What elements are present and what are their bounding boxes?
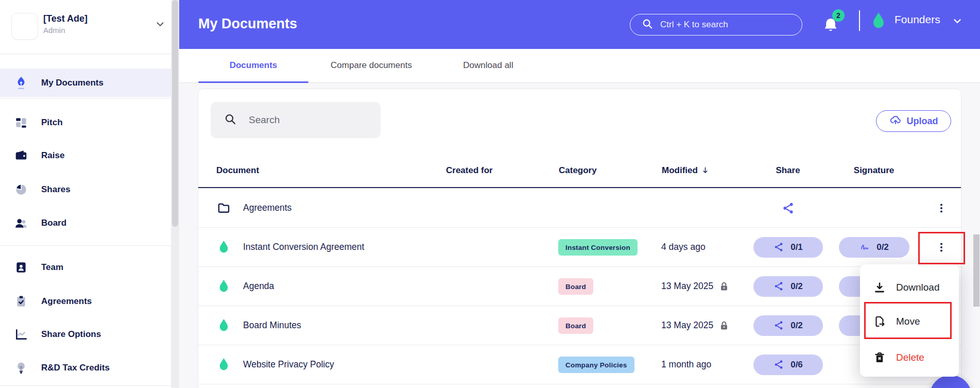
table-search-input[interactable]: Search bbox=[211, 102, 381, 138]
sidebar-item-label: Pitch bbox=[41, 117, 63, 128]
share-cell: 0/2 bbox=[753, 267, 823, 306]
pen-nib-icon bbox=[14, 76, 28, 90]
column-header-modified[interactable]: Modified bbox=[662, 165, 710, 176]
modified-date: 13 May 2025 bbox=[661, 320, 713, 331]
table-row-folder[interactable]: Agreements bbox=[198, 189, 961, 228]
menu-item-move[interactable]: Move bbox=[860, 309, 959, 334]
modified-date: 4 days ago bbox=[661, 242, 706, 252]
share-icon bbox=[773, 242, 784, 252]
sidebar-item-label: Board bbox=[41, 218, 66, 228]
documents-card: Search Upload DocumentCreated forCategor… bbox=[198, 89, 961, 388]
chevron-down-icon[interactable] bbox=[952, 15, 963, 27]
drop-icon bbox=[217, 358, 231, 372]
share-icon[interactable] bbox=[782, 201, 795, 215]
document-name-link[interactable]: Instant Conversion Agreement bbox=[243, 242, 364, 252]
tab-documents[interactable]: Documents bbox=[198, 49, 308, 83]
page-title: My Documents bbox=[198, 16, 297, 32]
divider bbox=[0, 245, 171, 246]
table-row[interactable]: AgendaBoard13 May 2025 0/2 bbox=[198, 267, 961, 306]
table-row[interactable]: Board MinutesBoard13 May 2025 0/2 bbox=[198, 306, 961, 345]
sidebar-item-label: R&D Tax Credits bbox=[41, 363, 110, 373]
menu-item-delete[interactable]: Delete bbox=[860, 345, 959, 370]
share-cell: 0/6 bbox=[753, 345, 823, 384]
row-menu-button[interactable] bbox=[927, 228, 956, 266]
signature-pill[interactable]: 0/2 bbox=[839, 237, 909, 258]
line-chart-icon bbox=[14, 328, 28, 341]
sidebar-item-share-options[interactable]: Share Options bbox=[0, 320, 171, 349]
workspace-role: Admin bbox=[43, 26, 65, 35]
table-row[interactable]: Instant Conversion AgreementInstant Conv… bbox=[198, 228, 961, 267]
sidebar-item-agreements[interactable]: Agreements bbox=[0, 287, 171, 316]
sidebar-item-shares[interactable]: Shares bbox=[0, 175, 171, 204]
lock-icon bbox=[718, 281, 730, 292]
tab-download-all[interactable]: Download all bbox=[461, 49, 515, 83]
signature-cell: 0/2 bbox=[839, 228, 909, 266]
sidebar-item-pitch[interactable]: Pitch bbox=[0, 108, 171, 137]
column-header-category: Category bbox=[559, 165, 597, 176]
share-pill[interactable]: 0/1 bbox=[753, 237, 823, 258]
global-search-input[interactable]: Ctrl + K to search bbox=[630, 14, 802, 36]
signature-count: 0/2 bbox=[876, 242, 889, 252]
trash-icon bbox=[873, 351, 886, 364]
document-cell: Agenda bbox=[217, 267, 274, 306]
sidebar-item-raise[interactable]: Raise bbox=[0, 141, 171, 170]
notifications-button[interactable]: 2 bbox=[821, 11, 848, 38]
app-window: [Test Ade] Admin My Documents Pitch Rais… bbox=[0, 0, 980, 388]
dashboard-icon bbox=[14, 116, 28, 129]
notification-badge: 2 bbox=[832, 9, 845, 22]
menu-item-download[interactable]: Download bbox=[860, 275, 959, 300]
share-pill[interactable]: 0/6 bbox=[753, 355, 823, 375]
drop-icon bbox=[217, 240, 231, 254]
chevron-down-icon[interactable] bbox=[154, 19, 166, 30]
drop-icon bbox=[217, 279, 231, 293]
document-name-link[interactable]: Website Privacy Policy bbox=[243, 359, 334, 370]
document-name-link[interactable]: Board Minutes bbox=[243, 320, 301, 331]
search-icon bbox=[642, 18, 653, 31]
top-header: My Documents Ctrl + K to search 2 Founde… bbox=[179, 0, 980, 49]
wallet-icon bbox=[14, 149, 28, 162]
sidebar-item-r-d-tax-credits[interactable]: R&D Tax Credits bbox=[0, 353, 171, 382]
lock-icon bbox=[718, 320, 730, 331]
column-header-share: Share bbox=[776, 165, 800, 176]
sidebar-item-label: Team bbox=[41, 262, 63, 273]
main-scrollbar-thumb[interactable] bbox=[973, 234, 979, 307]
share-icon bbox=[773, 320, 784, 331]
workspace-switcher[interactable]: [Test Ade] Admin bbox=[0, 0, 171, 54]
share-pill[interactable]: 0/2 bbox=[753, 276, 823, 297]
sidebar-scrollbar[interactable] bbox=[171, 0, 179, 388]
id-badge-icon bbox=[14, 261, 28, 274]
share-count: 0/1 bbox=[790, 242, 803, 252]
sidebar-item-team[interactable]: Team bbox=[0, 253, 171, 282]
share-pill[interactable]: 0/2 bbox=[753, 315, 823, 336]
share-icon bbox=[773, 281, 784, 292]
share-icon bbox=[773, 359, 784, 370]
avatar[interactable] bbox=[11, 13, 38, 40]
sidebar: [Test Ade] Admin My Documents Pitch Rais… bbox=[0, 0, 171, 388]
sidebar-item-board[interactable]: Board bbox=[0, 209, 171, 238]
brand-drop-icon bbox=[870, 12, 887, 29]
account-menu[interactable]: Founders bbox=[895, 13, 940, 26]
divider bbox=[0, 385, 171, 386]
row-context-menu: Download Move Delete bbox=[860, 264, 959, 377]
modified-date: 1 month ago bbox=[661, 359, 711, 370]
menu-item-label: Move bbox=[896, 316, 920, 327]
column-header-created-for: Created for bbox=[446, 165, 493, 176]
modified-date: 13 May 2025 bbox=[661, 281, 713, 292]
document-name-link[interactable]: Agenda bbox=[243, 281, 274, 292]
divider bbox=[0, 98, 171, 98]
clipboard-check-icon bbox=[14, 295, 28, 308]
tab-compare-documents[interactable]: Compare documents bbox=[326, 49, 417, 83]
cloud-upload-icon bbox=[889, 114, 902, 129]
menu-item-label: Delete bbox=[896, 352, 924, 363]
upload-button[interactable]: Upload bbox=[876, 110, 951, 132]
modified-cell: 4 days ago bbox=[661, 228, 706, 266]
document-name-link[interactable]: Agreements bbox=[243, 203, 291, 213]
column-header-document: Document bbox=[216, 165, 259, 176]
document-cell: Board Minutes bbox=[217, 306, 301, 345]
sidebar-item-my-documents[interactable]: My Documents bbox=[0, 69, 171, 97]
signature-icon bbox=[859, 242, 870, 252]
table-row[interactable]: Website Privacy PolicyCompany Policies1 … bbox=[198, 345, 961, 384]
table-header: DocumentCreated forCategoryModifiedShare… bbox=[198, 155, 961, 188]
row-menu-button[interactable] bbox=[927, 189, 956, 227]
sidebar-scrollbar-thumb[interactable] bbox=[172, 0, 178, 227]
